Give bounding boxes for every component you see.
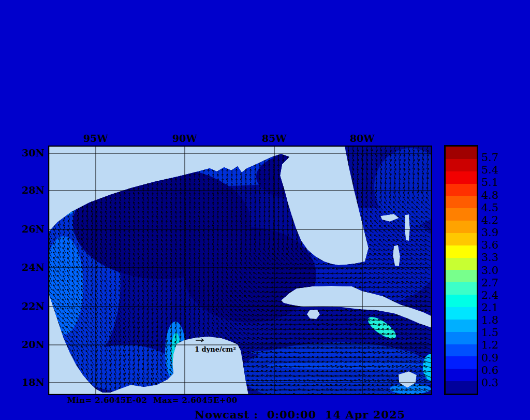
colorbar-band — [446, 307, 477, 320]
min-max-label: Min= 2.6045E-02 Max= 2.6045E+00 — [67, 396, 238, 405]
lon-tick-label: 90W — [172, 133, 197, 144]
lat-tick-label: 18N — [13, 376, 45, 388]
timestamp-label: Nowcast : 0:00:00 14 Apr 2025 — [195, 408, 405, 420]
colorbar-tick-label: 5.4 — [481, 165, 498, 176]
lat-tick-label: 28N — [13, 184, 45, 196]
colorbar-band — [446, 184, 477, 196]
colorbar-band — [446, 332, 477, 344]
colorbar-band — [446, 147, 477, 159]
colorbar-tick-label: 4.8 — [481, 190, 498, 200]
reference-vector-label: 1 dyne/cm² — [195, 345, 236, 353]
colorbar-tick-label: 2.7 — [481, 277, 498, 288]
map-svg: 1 dyne/cm² — [48, 146, 432, 395]
colorbar-band — [446, 282, 477, 295]
colorbar-tick-label: 4.2 — [481, 214, 498, 225]
colorbar-band — [446, 171, 477, 184]
map-plot: 1 dyne/cm² — [48, 146, 432, 395]
colorbar-band — [446, 295, 477, 307]
lon-tick-label: 85W — [262, 133, 287, 144]
plot-background: 1 dyne/cm² 95W90W85W80W 30N28N26N24N22N2… — [0, 0, 530, 420]
lat-tick-label: 22N — [13, 300, 45, 312]
colorbar-tick-label: 0.9 — [481, 352, 498, 363]
colorbar-tick-label: 5.1 — [481, 177, 498, 188]
colorbar-band — [446, 356, 477, 369]
colorbar-band — [446, 369, 477, 381]
colorbar-tick-label: 3.3 — [481, 252, 498, 263]
colorbar-tick-label: 2.1 — [481, 302, 498, 313]
colorbar-tick-label: 1.2 — [481, 340, 498, 351]
colorbar-tick-label: 2.4 — [481, 289, 498, 300]
colorbar-band — [446, 381, 477, 394]
colorbar-band — [446, 344, 477, 357]
colorbar — [444, 145, 478, 395]
colorbar-tick-label: 1.5 — [481, 327, 498, 338]
colorbar-band — [446, 233, 477, 245]
colorbar-tick-label: 3.0 — [481, 265, 498, 276]
colorbar-band — [446, 320, 477, 332]
colorbar-tick-label: 0.6 — [481, 365, 498, 375]
lat-tick-label: 20N — [13, 339, 45, 350]
lat-tick-label: 30N — [13, 147, 45, 158]
colorbar-band — [446, 258, 477, 270]
lat-tick-label: 24N — [13, 262, 45, 273]
colorbar-band — [446, 208, 477, 221]
lat-tick-label: 26N — [13, 223, 45, 235]
lon-tick-label: 95W — [83, 133, 108, 144]
colorbar-band — [446, 245, 477, 258]
colorbar-tick-label: 1.8 — [481, 315, 498, 326]
colorbar-tick-label: 5.7 — [481, 152, 498, 163]
colorbar-band — [446, 221, 477, 233]
colorbar-tick-label: 0.3 — [481, 377, 498, 388]
colorbar-tick-label: 3.6 — [481, 240, 498, 251]
colorbar-band — [446, 196, 477, 208]
colorbar-tick-label: 3.9 — [481, 227, 498, 238]
colorbar-tick-label: 4.5 — [481, 202, 498, 213]
lon-tick-label: 80W — [350, 133, 375, 144]
colorbar-band — [446, 270, 477, 282]
colorbar-band — [446, 159, 477, 171]
